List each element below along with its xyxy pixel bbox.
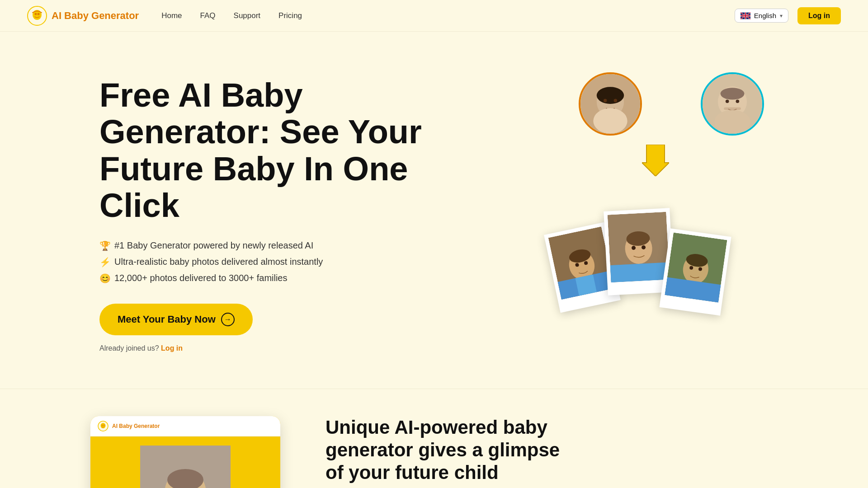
nav-support[interactable]: Support: [234, 11, 261, 20]
feature-item-3: 😊 12,000+ photos delivered to 3000+ fami…: [99, 273, 439, 284]
svg-point-41: [102, 424, 103, 426]
app-baby-face-svg: [140, 446, 231, 488]
already-joined-text: Already joined us? Log in: [99, 344, 439, 352]
app-preview-header: AI Baby Generator: [90, 416, 280, 436]
svg-rect-25: [576, 274, 597, 296]
cta-label: Meet Your Baby Now: [118, 314, 216, 325]
language-selector[interactable]: English ▾: [735, 9, 788, 23]
hero-title: Free AI Baby Generator: See Your Future …: [99, 77, 439, 224]
svg-marker-18: [642, 145, 669, 176]
polaroid-inner-1: [548, 226, 614, 300]
nav-pricing[interactable]: Pricing: [278, 11, 302, 20]
mom-face-svg: [580, 74, 640, 134]
app-preview-logo-icon: [98, 421, 108, 432]
svg-point-2: [35, 13, 37, 15]
smiley-icon: 😊: [99, 273, 111, 284]
arrow-down-icon: [642, 145, 669, 183]
dad-photo: [701, 72, 764, 136]
navbar-right: English ▾ Log in: [735, 7, 841, 24]
polaroid-inner-2: [608, 212, 670, 283]
svg-point-40: [101, 423, 106, 428]
feature-item-2: ⚡ Ultra-realistic baby photos delivered …: [99, 257, 439, 267]
logo-icon: [27, 6, 47, 26]
hero-illustration: [552, 68, 778, 321]
svg-point-15: [736, 100, 740, 103]
svg-point-42: [104, 424, 105, 426]
navbar: AI Baby Generator Home FAQ Support Prici…: [0, 0, 868, 32]
navbar-left: AI Baby Generator Home FAQ Support Prici…: [27, 6, 302, 26]
language-label: English: [754, 12, 776, 19]
svg-point-10: [593, 108, 627, 134]
svg-point-3: [38, 13, 40, 15]
baby-face-svg-1: [548, 226, 614, 300]
app-preview-title: AI Baby Generator: [112, 423, 160, 429]
feature-item-1: 🏆 #1 Baby Generator powered by newly rel…: [99, 240, 439, 251]
second-section-title: Unique AI-powered baby generator gives a…: [326, 416, 579, 484]
svg-point-7: [597, 87, 624, 104]
second-section-text: Unique AI-powered baby generator gives a…: [326, 416, 579, 488]
nav-links: Home FAQ Support Pricing: [161, 11, 302, 20]
svg-point-9: [614, 99, 618, 103]
logo-link[interactable]: AI Baby Generator: [27, 6, 139, 26]
mom-photo: [579, 72, 642, 136]
hero-features: 🏆 #1 Baby Generator powered by newly rel…: [99, 240, 439, 284]
uk-flag-icon: [741, 12, 750, 19]
trophy-icon: 🏆: [99, 240, 111, 251]
svg-point-14: [726, 100, 729, 103]
dad-face-svg: [703, 74, 762, 134]
nav-faq[interactable]: FAQ: [200, 11, 216, 20]
hero-section: Free AI Baby Generator: See Your Future …: [0, 32, 868, 389]
login-link[interactable]: Log in: [161, 344, 183, 352]
feature-text-2: Ultra-realistic baby photos delivered al…: [114, 257, 323, 267]
login-button[interactable]: Log in: [797, 7, 841, 24]
app-preview-wrapper: AI Baby Generator: [90, 416, 280, 488]
feature-text-1: #1 Baby Generator powered by newly relea…: [114, 240, 313, 251]
hero-left: Free AI Baby Generator: See Your Future …: [99, 68, 439, 352]
svg-point-13: [721, 88, 745, 99]
app-preview-body: [90, 436, 280, 488]
svg-rect-16: [724, 108, 741, 110]
cta-button[interactable]: Meet Your Baby Now →: [99, 304, 253, 335]
brand-name: AI Baby Generator: [52, 10, 139, 22]
baby-face-svg-3: [665, 232, 727, 302]
svg-point-8: [604, 99, 607, 103]
baby-face-svg-2: [608, 212, 670, 283]
svg-point-17: [714, 110, 750, 134]
lightning-icon: ⚡: [99, 257, 111, 267]
baby-polaroid-3: [659, 228, 731, 315]
feature-text-3: 12,000+ photos delivered to 3000+ famili…: [114, 273, 288, 283]
polaroid-inner-3: [665, 232, 727, 302]
yellow-arrow-svg: [642, 145, 669, 176]
cta-wrapper: Meet Your Baby Now →: [99, 304, 439, 344]
nav-home[interactable]: Home: [161, 11, 182, 20]
arrow-circle-icon: →: [221, 313, 235, 326]
second-section: AI Baby Generator: [0, 389, 868, 488]
svg-rect-32: [610, 263, 670, 283]
app-preview: AI Baby Generator: [90, 416, 280, 488]
chevron-down-icon: ▾: [780, 13, 783, 19]
